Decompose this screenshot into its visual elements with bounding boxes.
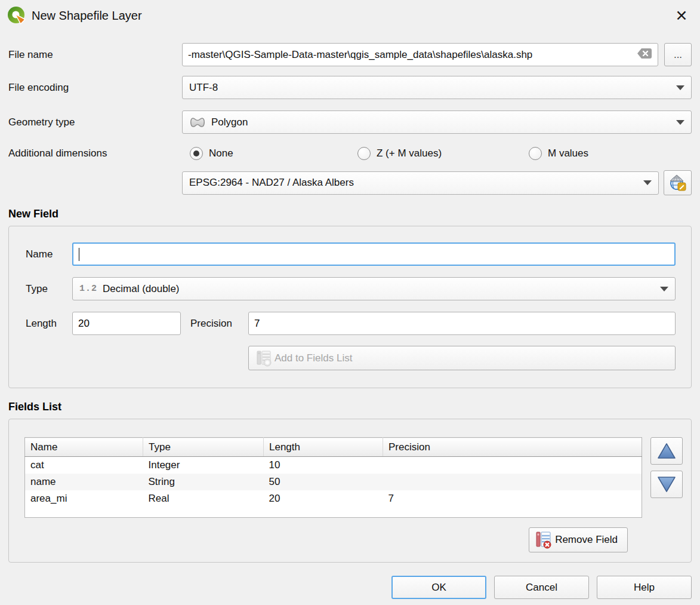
triangle-up-icon — [656, 442, 677, 460]
cell-precision[interactable] — [383, 457, 642, 474]
file-name-input[interactable]: -master\QGIS-Sample-Data-master\qgis_sam… — [182, 43, 658, 66]
table-row[interactable]: name String 50 — [25, 474, 642, 490]
fields-list-groupbox: Name Type Length Precision cat Integer 1… — [8, 419, 692, 563]
additional-dimensions-group: None Z (+ M values) M values — [182, 147, 692, 160]
field-type-value: Decimal (double) — [103, 283, 180, 295]
fields-table-header-row: Name Type Length Precision — [25, 438, 642, 457]
radio-button-icon[interactable] — [357, 147, 371, 160]
triangle-down-icon — [656, 475, 677, 493]
close-icon[interactable]: ✕ — [671, 5, 692, 26]
cell-length[interactable]: 10 — [264, 457, 383, 474]
geometry-type-value: Polygon — [211, 116, 248, 128]
crs-row: EPSG:2964 - NAD27 / Alaska Albers — [8, 170, 692, 195]
cell-name[interactable]: area_mi — [25, 490, 143, 507]
additional-dimensions-label: Additional dimensions — [8, 148, 182, 159]
add-field-icon — [256, 350, 272, 367]
remove-field-button[interactable]: Remove Field — [529, 527, 628, 552]
radio-label: M values — [548, 148, 588, 159]
cell-precision[interactable] — [383, 474, 642, 490]
radio-label: None — [209, 148, 233, 159]
select-crs-button[interactable] — [664, 170, 692, 195]
radio-label: Z (+ M values) — [377, 148, 442, 159]
field-type-label: Type — [26, 283, 72, 295]
field-type-row: Type 1.2 Decimal (double) — [26, 277, 676, 300]
radio-button-icon[interactable] — [529, 147, 542, 160]
field-name-label: Name — [26, 248, 72, 260]
fields-table[interactable]: Name Type Length Precision cat Integer 1… — [24, 437, 642, 518]
file-name-row: File name -master\QGIS-Sample-Data-maste… — [8, 43, 692, 66]
titlebar: New Shapefile Layer ✕ — [0, 0, 700, 27]
move-field-down-button[interactable] — [650, 471, 683, 498]
field-length-label: Length — [26, 318, 72, 330]
help-button[interactable]: Help — [597, 576, 692, 599]
file-name-label: File name — [8, 49, 182, 61]
table-row[interactable]: cat Integer 10 — [25, 457, 642, 474]
polygon-icon — [189, 116, 206, 128]
remove-field-label: Remove Field — [555, 534, 618, 546]
dialog-footer: OK Cancel Help — [0, 576, 700, 599]
new-field-heading: New Field — [8, 208, 692, 220]
file-encoding-value: UTF-8 — [189, 82, 218, 94]
dialog-content: File name -master\QGIS-Sample-Data-maste… — [0, 43, 700, 563]
field-name-row: Name — [26, 242, 676, 266]
new-shapefile-layer-dialog: New Shapefile Layer ✕ File name -master\… — [0, 0, 700, 605]
length-precision-row: Length Precision — [26, 312, 676, 335]
text-caret — [79, 248, 79, 261]
move-field-up-button[interactable] — [650, 437, 683, 465]
browse-button[interactable]: ... — [664, 43, 692, 66]
cell-length[interactable]: 50 — [264, 474, 383, 490]
file-name-value: -master\QGIS-Sample-Data-master\qgis_sam… — [188, 49, 632, 61]
crs-select[interactable]: EPSG:2964 - NAD27 / Alaska Albers — [182, 171, 659, 195]
cell-name[interactable]: name — [25, 474, 143, 490]
field-precision-input[interactable] — [248, 312, 676, 335]
file-encoding-row: File encoding UTF-8 — [8, 76, 692, 99]
table-row[interactable]: area_mi Real 20 7 — [25, 490, 642, 507]
remove-field-icon — [535, 531, 551, 549]
cell-precision[interactable]: 7 — [383, 490, 642, 507]
cell-length[interactable]: 20 — [264, 490, 383, 507]
cell-type[interactable]: String — [143, 474, 264, 490]
chevron-down-icon — [643, 180, 652, 185]
radio-option-none[interactable]: None — [190, 147, 357, 160]
add-field-row: Add to Fields List — [26, 346, 676, 370]
qgis-logo-icon — [7, 6, 26, 25]
dialog-title: New Shapefile Layer — [32, 9, 142, 23]
new-field-groupbox: Name Type 1.2 Decimal (double) Length Pr… — [8, 226, 692, 388]
add-field-label: Add to Fields List — [275, 352, 352, 364]
chevron-down-icon — [676, 120, 684, 125]
column-header-name[interactable]: Name — [25, 438, 143, 457]
field-precision-label: Precision — [190, 318, 248, 330]
geometry-type-label: Geometry type — [8, 116, 182, 128]
remove-field-row: Remove Field — [24, 527, 683, 552]
cell-type[interactable]: Integer — [143, 457, 264, 474]
chevron-down-icon — [676, 85, 684, 90]
field-name-input[interactable] — [72, 242, 676, 266]
field-type-select[interactable]: 1.2 Decimal (double) — [72, 277, 676, 300]
column-header-precision[interactable]: Precision — [383, 438, 642, 457]
radio-option-m-values[interactable]: M values — [529, 147, 588, 160]
crs-value: EPSG:2964 - NAD27 / Alaska Albers — [189, 177, 354, 189]
ok-button[interactable]: OK — [391, 576, 486, 599]
chevron-down-icon — [660, 287, 668, 291]
reorder-buttons — [650, 437, 683, 498]
file-encoding-select[interactable]: UTF-8 — [182, 76, 692, 99]
geometry-type-select[interactable]: Polygon — [182, 110, 692, 134]
table-empty-space — [25, 507, 642, 518]
radio-button-icon[interactable] — [190, 147, 203, 160]
add-to-fields-list-button[interactable]: Add to Fields List — [248, 346, 676, 370]
cell-type[interactable]: Real — [143, 490, 264, 507]
fields-table-wrap: Name Type Length Precision cat Integer 1… — [24, 437, 642, 518]
file-encoding-label: File encoding — [8, 82, 182, 94]
radio-option-z-m-values[interactable]: Z (+ M values) — [357, 147, 529, 160]
fields-table-area: Name Type Length Precision cat Integer 1… — [24, 437, 683, 518]
fields-list-heading: Fields List — [8, 401, 692, 413]
decimal-type-icon: 1.2 — [79, 284, 97, 294]
column-header-length[interactable]: Length — [264, 438, 383, 457]
field-length-input[interactable] — [72, 312, 181, 335]
clear-text-icon[interactable] — [637, 48, 652, 62]
column-header-type[interactable]: Type — [143, 438, 264, 457]
cell-name[interactable]: cat — [25, 457, 143, 474]
additional-dimensions-row: Additional dimensions None Z (+ M values… — [8, 147, 692, 160]
cancel-button[interactable]: Cancel — [494, 576, 589, 599]
globe-crs-icon — [669, 174, 687, 192]
